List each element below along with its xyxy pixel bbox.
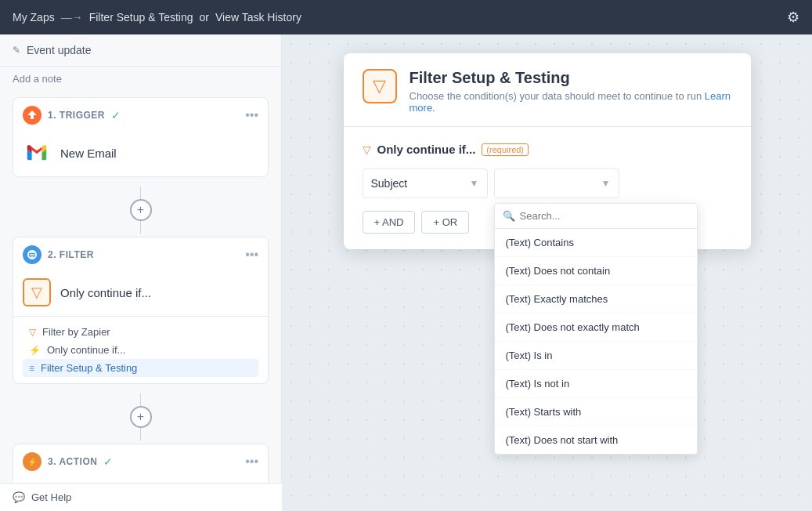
help-icon: 💬 <box>13 491 25 503</box>
or-button[interactable]: + OR <box>421 211 469 234</box>
edit-icon: ✎ <box>13 45 20 56</box>
filter-header-text: Filter Setup & Testing Choose the condit… <box>410 69 732 114</box>
or-text: or <box>200 11 209 24</box>
filter-step-header[interactable]: 2. FILTER ••• <box>13 237 268 272</box>
filter-sub-label-1: Only continue if... <box>47 344 125 356</box>
action-check-icon: ✓ <box>103 455 113 468</box>
trigger-step-name: New Email <box>60 147 117 160</box>
filter-step-name: Only continue if... <box>60 286 151 299</box>
dropdown-item-1[interactable]: (Text) Does not contain <box>495 257 697 285</box>
sidebar-title: Event update <box>27 44 92 56</box>
nav-gear-icon[interactable]: ⚙ <box>787 9 799 26</box>
main-layout: ✎ Event update Add a note 1. TRIGGER ✓ <box>0 34 812 511</box>
filter-step-label: 2. FILTER <box>48 249 94 260</box>
trigger-header-left: 1. TRIGGER ✓ <box>23 106 121 125</box>
connector-dot-2 <box>140 221 141 234</box>
action-number-icon: ⚡ <box>23 452 42 471</box>
action-step-header[interactable]: ⚡ 3. ACTION ✓ ••• <box>13 444 268 479</box>
filter-sub-icon-2: ≡ <box>29 363 34 374</box>
only-continue-label: ▽ Only continue if... (required) <box>363 143 732 156</box>
get-help-bar: 💬 Get Help <box>0 483 282 511</box>
action-more-icon[interactable]: ••• <box>245 455 258 469</box>
add-note-link[interactable]: Add a note <box>0 67 281 91</box>
dropdown-item-0[interactable]: (Text) Contains <box>495 229 697 257</box>
connector-2: + <box>13 390 269 444</box>
filter-modal-icon: ▽ <box>363 69 397 103</box>
filter-modal-title: Filter Setup & Testing <box>410 69 732 87</box>
filter-modal-header: ▽ Filter Setup & Testing Choose the cond… <box>344 53 751 127</box>
filter-sub-items: ▽ Filter by Zapier ⚡ Only continue if...… <box>13 316 268 383</box>
condition-dropdown: 🔍 (Text) Contains (Text) Does not contai… <box>494 203 698 455</box>
dropdown-search-container: 🔍 <box>495 204 697 229</box>
filter-app-icon: ▽ <box>23 278 51 306</box>
filter-modal-body: ▽ Only continue if... (required) Subject… <box>344 127 751 249</box>
only-continue-text: Only continue if... <box>377 143 476 156</box>
trigger-step-card: 1. TRIGGER ✓ ••• <box>13 97 269 177</box>
dropdown-item-2[interactable]: (Text) Exactly matches <box>495 285 697 313</box>
filter-sub-item-2[interactable]: ≡ Filter Setup & Testing <box>23 359 258 377</box>
connector-dot-1 <box>140 187 141 199</box>
action-step-label: 3. ACTION <box>48 456 97 467</box>
only-continue-icon: ▽ <box>363 143 371 156</box>
filter-more-icon[interactable]: ••• <box>245 248 258 262</box>
trigger-step-header[interactable]: 1. TRIGGER ✓ ••• <box>13 98 268 132</box>
sidebar-header: ✎ Event update <box>0 34 281 67</box>
current-page: Filter Setup & Testing <box>89 11 193 24</box>
filter-modal: ▽ Filter Setup & Testing Choose the cond… <box>344 53 751 249</box>
filter-sub-label-0: Filter by Zapier <box>42 326 110 338</box>
svg-marker-0 <box>31 147 42 154</box>
breadcrumb-arrow: —→ <box>61 11 83 24</box>
filter-number-icon <box>23 245 42 264</box>
trigger-check-icon: ✓ <box>111 109 121 121</box>
trigger-step-body: New Email <box>13 132 268 176</box>
required-badge: (required) <box>482 143 529 156</box>
connector-1: + <box>13 183 269 237</box>
filter-sub-icon-0: ▽ <box>29 327 36 338</box>
filter-condition-row: Subject ▼ ▼ 🔍 <box>363 169 732 198</box>
and-button[interactable]: + AND <box>363 211 416 234</box>
dropdown-search-input[interactable] <box>520 210 689 222</box>
filter-header-left: 2. FILTER <box>23 245 94 264</box>
dropdown-item-4[interactable]: (Text) Is in <box>495 342 697 370</box>
filter-step-card: 2. FILTER ••• ▽ Only continue if... ▽ Fi… <box>13 237 269 384</box>
filter-step-body: ▽ Only continue if... <box>13 272 268 316</box>
dropdown-search-icon: 🔍 <box>503 210 515 222</box>
filter-sub-label-2: Filter Setup & Testing <box>41 362 137 374</box>
get-help-label[interactable]: Get Help <box>31 491 71 503</box>
connector-dot-3 <box>140 393 141 406</box>
dropdown-item-3[interactable]: (Text) Does not exactly match <box>495 313 697 342</box>
my-zaps-link[interactable]: My Zaps <box>13 11 55 24</box>
right-panel: ▽ Filter Setup & Testing Choose the cond… <box>282 34 812 511</box>
filter-sub-item-0[interactable]: ▽ Filter by Zapier <box>23 323 258 341</box>
filter-sub-icon-1: ⚡ <box>29 345 41 356</box>
connector-dot-4 <box>140 428 141 440</box>
top-nav: My Zaps —→ Filter Setup & Testing or Vie… <box>0 0 812 34</box>
add-step-btn-1[interactable]: + <box>130 199 152 221</box>
subject-dropdown-arrow: ▼ <box>470 178 479 189</box>
trigger-step-label: 1. TRIGGER <box>48 110 105 121</box>
action-header-left: ⚡ 3. ACTION ✓ <box>23 452 113 471</box>
dropdown-item-5[interactable]: (Text) Is not in <box>495 370 697 398</box>
condition-dropdown-arrow: ▼ <box>601 178 611 189</box>
filter-modal-description: Choose the condition(s) your data should… <box>410 90 732 114</box>
dropdown-item-6[interactable]: (Text) Starts with <box>495 398 697 426</box>
breadcrumb: My Zaps —→ Filter Setup & Testing or Vie… <box>13 11 301 24</box>
subject-select-value: Subject <box>371 177 408 190</box>
filter-sub-item-1[interactable]: ⚡ Only continue if... <box>23 341 258 359</box>
trigger-more-icon[interactable]: ••• <box>245 108 258 122</box>
dropdown-item-7[interactable]: (Text) Does not start with <box>495 426 697 454</box>
sidebar-content: 1. TRIGGER ✓ ••• <box>0 91 281 511</box>
dropdown-list: (Text) Contains (Text) Does not contain … <box>495 229 697 454</box>
trigger-number-icon <box>23 106 42 125</box>
view-history-link[interactable]: View Task History <box>215 11 301 24</box>
gmail-icon <box>23 139 51 167</box>
subject-select[interactable]: Subject ▼ <box>363 169 488 198</box>
add-step-btn-2[interactable]: + <box>130 406 152 428</box>
left-sidebar: ✎ Event update Add a note 1. TRIGGER ✓ <box>0 34 282 511</box>
condition-select[interactable]: ▼ <box>494 169 619 198</box>
